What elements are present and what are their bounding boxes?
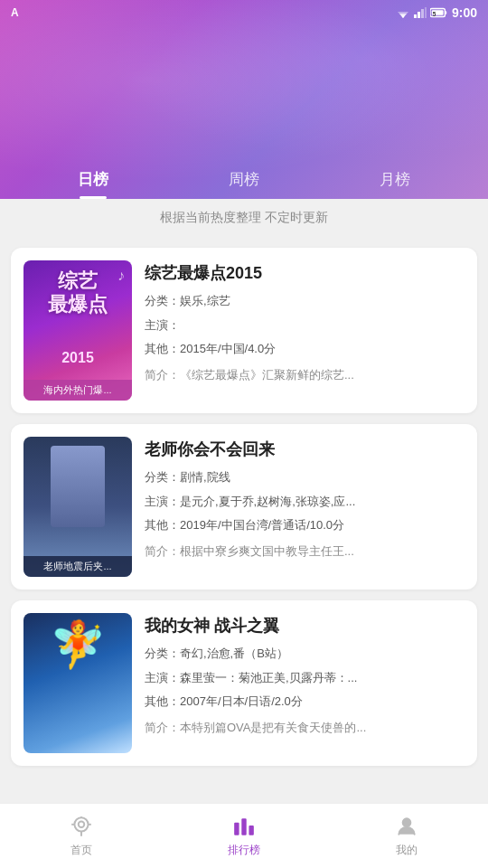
thumb-badge-2: 老师地震后夹... bbox=[23, 556, 132, 577]
svg-rect-19 bbox=[249, 826, 253, 835]
rank-icon bbox=[231, 814, 257, 839]
card-title-2: 老师你会不会回来 bbox=[145, 439, 465, 460]
card-title-1: 综艺最爆点2015 bbox=[145, 262, 465, 284]
card-thumbnail-1: 综艺最爆点 ♪ 2015 海内外热门爆... bbox=[23, 260, 132, 401]
thumb-figure-3: 🧚 bbox=[50, 622, 106, 667]
thumb-text-1: 综艺最爆点 bbox=[31, 269, 125, 317]
status-bar: A 5 9:00 bbox=[0, 0, 488, 25]
svg-text:5: 5 bbox=[433, 11, 436, 17]
svg-point-20 bbox=[403, 818, 411, 826]
thumb-figure-2 bbox=[51, 446, 105, 527]
list-item[interactable]: 老师地震后夹... 老师你会不会回来 分类：剧情,院线 主演：是元介,夏于乔,赵… bbox=[11, 424, 477, 590]
card-cast-2: 主演：是元介,夏于乔,赵树海,张琼姿,应... bbox=[145, 493, 465, 511]
battery-icon: 5 bbox=[430, 7, 448, 18]
thumb-badge-1: 海内外热门爆... bbox=[23, 380, 132, 401]
svg-rect-18 bbox=[241, 818, 246, 835]
svg-rect-5 bbox=[421, 9, 424, 18]
home-icon bbox=[69, 814, 94, 839]
status-time: 9:00 bbox=[452, 5, 477, 20]
card-category-3: 分类：奇幻,治愈,番（B站） bbox=[145, 645, 465, 663]
wifi-icon bbox=[396, 7, 410, 18]
card-category-1: 分类：娱乐,综艺 bbox=[145, 292, 465, 310]
svg-rect-8 bbox=[445, 11, 446, 14]
content-list: 综艺最爆点 ♪ 2015 海内外热门爆... 综艺最爆点2015 分类：娱乐,综… bbox=[0, 237, 488, 838]
nav-item-rank[interactable]: 排行榜 bbox=[163, 807, 325, 865]
tab-weekly[interactable]: 周榜 bbox=[169, 156, 320, 199]
card-thumbnail-3: 🧚 bbox=[23, 613, 132, 753]
card-info-2: 老师你会不会回来 分类：剧情,院线 主演：是元介,夏于乔,赵树海,张琼姿,应..… bbox=[145, 437, 465, 577]
tab-monthly[interactable]: 月榜 bbox=[319, 156, 470, 199]
bottom-nav: 首页 排行榜 我的 bbox=[0, 803, 488, 868]
subtitle-text: 根据当前热度整理 不定时更新 bbox=[160, 210, 328, 224]
list-item[interactable]: 综艺最爆点 ♪ 2015 海内外热门爆... 综艺最爆点2015 分类：娱乐,综… bbox=[11, 248, 477, 413]
card-other-2: 其他：2019年/中国台湾/普通话/10.0分 bbox=[145, 516, 465, 534]
card-info-3: 我的女神 战斗之翼 分类：奇幻,治愈,番（B站） 主演：森里萤一：菊池正美,贝露… bbox=[145, 613, 465, 753]
tab-daily[interactable]: 日榜 bbox=[18, 156, 169, 199]
home-svg bbox=[70, 815, 93, 838]
card-desc-1: 简介：《综艺最爆点》汇聚新鲜的综艺... bbox=[145, 366, 465, 384]
user-icon bbox=[394, 814, 419, 839]
svg-point-12 bbox=[79, 822, 85, 828]
svg-rect-6 bbox=[425, 7, 427, 18]
user-svg bbox=[395, 815, 418, 838]
card-cast-3: 主演：森里萤一：菊池正美,贝露丹蒂：... bbox=[145, 669, 465, 687]
card-title-3: 我的女神 战斗之翼 bbox=[145, 615, 465, 637]
card-thumbnail-2: 老师地震后夹... bbox=[23, 437, 132, 577]
header: 日榜 周榜 月榜 bbox=[0, 0, 488, 199]
music-note-icon: ♪ bbox=[117, 268, 125, 284]
rank-svg bbox=[232, 815, 256, 838]
nav-label-rank: 排行榜 bbox=[228, 843, 260, 858]
card-other-1: 其他：2015年/中国/4.0分 bbox=[145, 340, 465, 358]
svg-marker-2 bbox=[401, 15, 405, 18]
nav-item-mine[interactable]: 我的 bbox=[325, 807, 488, 865]
nav-label-home: 首页 bbox=[70, 843, 92, 858]
status-app-icon: A bbox=[11, 6, 19, 19]
card-desc-3: 简介：本特别篇OVA是把有关食天使兽的... bbox=[145, 719, 465, 737]
card-desc-2: 简介：根据中寮乡爽文国中教导主任王... bbox=[145, 542, 465, 561]
nav-item-home[interactable]: 首页 bbox=[0, 807, 163, 865]
svg-rect-17 bbox=[234, 823, 239, 835]
signal-icon bbox=[414, 7, 427, 18]
nav-label-mine: 我的 bbox=[396, 843, 418, 858]
list-item[interactable]: 🧚 我的女神 战斗之翼 分类：奇幻,治愈,番（B站） 主演：森里萤一：菊池正美,… bbox=[11, 600, 477, 766]
card-category-2: 分类：剧情,院线 bbox=[145, 468, 465, 486]
card-other-3: 其他：2007年/日本/日语/2.0分 bbox=[145, 693, 465, 711]
thumb-year-1: 2015 bbox=[61, 350, 94, 366]
status-right-icons: 5 9:00 bbox=[396, 5, 477, 20]
svg-rect-4 bbox=[418, 12, 420, 18]
tab-bar: 日榜 周榜 月榜 bbox=[0, 156, 488, 199]
card-info-1: 综艺最爆点2015 分类：娱乐,综艺 主演： 其他：2015年/中国/4.0分 … bbox=[145, 260, 465, 401]
svg-point-11 bbox=[74, 817, 88, 831]
card-cast-1: 主演： bbox=[145, 316, 465, 335]
subtitle-bar: 根据当前热度整理 不定时更新 bbox=[0, 199, 488, 237]
svg-rect-3 bbox=[414, 14, 417, 18]
